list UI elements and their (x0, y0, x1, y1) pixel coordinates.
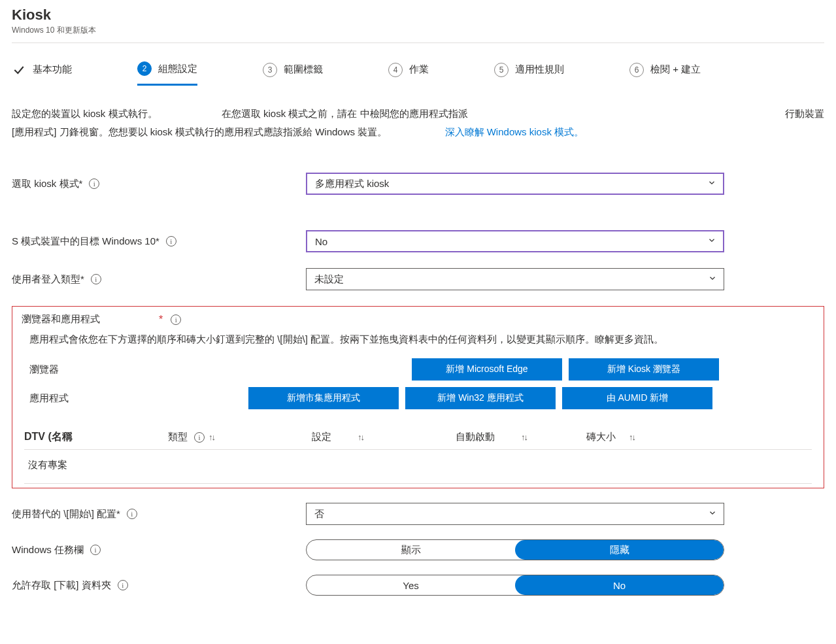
intro-text: 設定您的裝置以 kiosk 模式執行。 在您選取 kiosk 模式之前，請在 中… (12, 105, 824, 141)
checkmark-icon (12, 63, 26, 77)
intro-line1a: 設定您的裝置以 kiosk 模式執行。 (12, 108, 158, 119)
step-review[interactable]: 6 檢閱 + 建立 (629, 63, 701, 85)
s-mode-dropdown[interactable]: No (306, 230, 724, 252)
info-icon[interactable]: i (171, 314, 181, 325)
info-icon[interactable]: i (89, 178, 99, 189)
step-basic-label: 基本功能 (33, 63, 72, 76)
logon-type-label: 使用者登入類型* (12, 273, 84, 286)
step-config-number: 2 (137, 61, 152, 76)
select-kiosk-mode-value: 多應用程式 kiosk (315, 178, 389, 190)
downloads-yes-option[interactable]: Yes (307, 575, 515, 595)
apps-table-header: DTV (名稱 類型i↑↓ 設定↑↓ 自動啟動↑↓ 磚大小↑↓ (24, 425, 812, 450)
browser-row-label: 瀏覽器 (29, 364, 248, 376)
th-setting[interactable]: 設定↑↓ (312, 431, 456, 443)
step-scope-number: 3 (263, 63, 277, 77)
add-win32-app-button[interactable]: 新增 Win32 應用程式 (405, 387, 556, 409)
add-store-app-button[interactable]: 新增市集應用程式 (248, 387, 399, 409)
th-type[interactable]: 類型i↑↓ (168, 431, 312, 443)
step-config[interactable]: 2 組態設定 (137, 61, 197, 86)
alt-start-value: 否 (314, 508, 324, 520)
sort-icon: ↑↓ (629, 432, 635, 442)
step-applic-label: 適用性規則 (515, 63, 564, 76)
th-autolaunch[interactable]: 自動啟動↑↓ (456, 431, 586, 443)
select-kiosk-mode-label: 選取 kiosk 模式* (12, 178, 82, 190)
step-assign-number: 4 (388, 63, 403, 77)
logon-type-dropdown[interactable]: 未設定 (306, 268, 724, 290)
s-mode-value: No (315, 236, 327, 247)
browser-apps-section: 瀏覽器和應用程式 * i 應用程式會依您在下方選擇的順序和磚大小釘選到完整的 \… (12, 306, 824, 488)
step-scope-label: 範圍標籤 (284, 63, 323, 76)
select-kiosk-mode-dropdown[interactable]: 多應用程式 kiosk (306, 173, 724, 195)
th-tile-size[interactable]: 磚大小↑↓ (586, 431, 684, 443)
required-marker: * (159, 314, 163, 326)
step-basic[interactable]: 基本功能 (12, 63, 72, 85)
taskbar-label: Windows 任務欄 (12, 544, 84, 556)
downloads-toggle: Yes No (306, 575, 724, 596)
chevron-down-icon (708, 274, 717, 285)
apps-row-label: 應用程式 (29, 392, 248, 405)
learn-more-link[interactable]: 深入瞭解 Windows kiosk 模式。 (445, 126, 584, 137)
intro-line2: [應用程式] 刀鋒視窗。您想要以 kiosk 模式執行的應用程式應該指派給 Wi… (12, 126, 387, 137)
apps-table-empty: 沒有專案 (24, 450, 812, 484)
downloads-label: 允許存取 [下載] 資料夾 (12, 579, 111, 592)
header-divider (12, 42, 824, 43)
alt-start-label: 使用替代的 \[開始\] 配置* (12, 508, 120, 520)
th-name[interactable]: DTV (名稱 (24, 430, 168, 444)
wizard-stepper: 基本功能 2 組態設定 3 範圍標籤 4 作業 5 適用性規則 6 檢閱 + 建… (12, 61, 824, 86)
step-review-label: 檢閱 + 建立 (650, 63, 701, 76)
sort-icon: ↑↓ (209, 432, 214, 442)
page-title: Kiosk (12, 7, 824, 24)
add-by-aumid-button[interactable]: 由 AUMID 新增 (562, 387, 712, 409)
step-config-label: 組態設定 (158, 63, 197, 75)
step-assign-label: 作業 (409, 63, 429, 76)
chevron-down-icon (707, 178, 716, 190)
step-scope-tags[interactable]: 3 範圍標籤 (263, 63, 323, 85)
page-subtitle: Windows 10 和更新版本 (12, 25, 824, 36)
info-icon[interactable]: i (127, 509, 137, 519)
sort-icon: ↑↓ (358, 432, 363, 442)
browser-apps-description: 應用程式會依您在下方選擇的順序和磚大小釘選到完整的 \[開始\] 配置。按兩下並… (29, 331, 814, 348)
add-edge-button[interactable]: 新增 Microsoft Edge (412, 358, 562, 381)
step-applic-number: 5 (494, 63, 509, 77)
logon-type-value: 未設定 (314, 273, 344, 286)
taskbar-hide-option[interactable]: 隱藏 (515, 540, 724, 560)
s-mode-label: S 模式裝置中的目標 Windows 10* (12, 235, 159, 248)
intro-line1b: 在您選取 kiosk 模式之前，請在 中檢閱您的應用程式指派 (222, 108, 468, 119)
info-icon[interactable]: i (118, 580, 128, 590)
taskbar-toggle: 顯示 隱藏 (306, 539, 724, 560)
taskbar-show-option[interactable]: 顯示 (307, 540, 515, 560)
sort-icon: ↑↓ (521, 432, 527, 442)
browser-apps-heading: 瀏覽器和應用程式 (22, 313, 100, 326)
info-icon[interactable]: i (91, 274, 101, 284)
alt-start-dropdown[interactable]: 否 (306, 503, 724, 525)
chevron-down-icon (707, 236, 716, 247)
info-icon[interactable]: i (90, 545, 101, 555)
step-review-number: 6 (629, 63, 644, 77)
add-kiosk-browser-button[interactable]: 新增 Kiosk 瀏覽器 (569, 358, 719, 381)
step-assignments[interactable]: 4 作業 (388, 63, 429, 85)
info-icon[interactable]: i (194, 432, 205, 443)
step-applicability[interactable]: 5 適用性規則 (494, 63, 564, 85)
chevron-down-icon (708, 509, 717, 520)
downloads-no-option[interactable]: No (515, 575, 724, 595)
info-icon[interactable]: i (166, 236, 176, 246)
intro-mobile: 行動裝置 (785, 105, 824, 123)
